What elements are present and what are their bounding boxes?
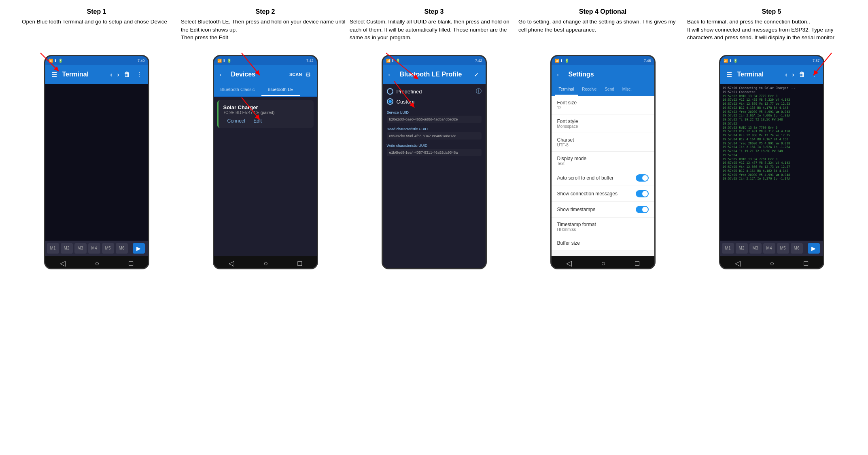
status-left-5: 📶 ⬆ 🔋 <box>724 59 738 63</box>
status-left-2: 📶 ⬆ 🔋 <box>217 59 231 63</box>
status-time-2: 7:42 <box>306 59 314 63</box>
step3-desc: Select Custom. Initially all UUID are bl… <box>350 18 518 50</box>
service-uuid-section: Service UUID b20e2d8f-6ae0-4655-ad8d-4ad… <box>387 110 482 123</box>
terminal-screen-5: 19:57:00 Connecting to Solar Charger ...… <box>720 84 823 241</box>
macro-m1-1[interactable]: M1 <box>47 243 59 254</box>
radio-predefined[interactable]: Predefined ⓘ <box>387 88 482 95</box>
check-icon-3[interactable]: ✓ <box>472 70 482 79</box>
menu-icon-1[interactable]: ☰ <box>49 70 59 79</box>
send-btn-1[interactable]: ▶ <box>133 243 145 254</box>
device-actions-1: Connect Edit <box>223 118 309 124</box>
read-uuid-section: Read characteristic UUID c85392bc-558f-4… <box>387 127 482 140</box>
settings-tab-terminal[interactable]: Terminal <box>555 84 578 96</box>
step4-annotation: 📶 ⬆ 🔋 7:48 ← Settings Terminal Receive S… <box>518 55 687 269</box>
setting-display-mode-title: Display mode <box>557 156 587 161</box>
status-time-4: 7:48 <box>644 59 651 63</box>
settings-tab-receive[interactable]: Receive <box>578 84 601 96</box>
send-btn-5[interactable]: ▶ <box>808 243 820 254</box>
status-left-4: 📶 ⬆ 🔋 <box>555 59 569 63</box>
radio-circle-predefined <box>387 88 393 95</box>
setting-charset-title: Charset <box>557 137 574 143</box>
ble-profile-screen: Predefined ⓘ Custom Service UUID b20e2d8… <box>383 84 486 269</box>
home-nav-4[interactable]: ○ <box>601 259 606 268</box>
setting-ts-format-title: Timestamp format <box>557 222 596 227</box>
back-btn-4[interactable]: ← <box>556 70 564 79</box>
back-nav-5[interactable]: ◁ <box>735 259 741 268</box>
macro-m4-5[interactable]: M4 <box>763 243 775 254</box>
app-nav-4[interactable]: □ <box>635 259 639 268</box>
more-icon-5[interactable]: ⋮ <box>809 70 819 79</box>
setting-show-conn: Show connection messages <box>552 186 654 202</box>
app-nav-1[interactable]: □ <box>129 259 133 268</box>
write-uuid-value: e1b6fed9-1ea4-4057-8311-46a52da9346a <box>387 149 482 156</box>
toggle-show-conn[interactable] <box>636 190 649 197</box>
tab-classic-2[interactable]: Bluetooth Classic <box>214 84 261 96</box>
step5-container: Step 5 Back to terminal, and press the c… <box>687 8 856 269</box>
macro-m5-1[interactable]: M5 <box>102 243 114 254</box>
setting-font-style: Font style Monospace <box>552 114 654 133</box>
trash-icon-5[interactable]: 🗑 <box>797 70 807 79</box>
home-nav-2[interactable]: ○ <box>264 259 268 268</box>
status-bar-1: 📶 ⬆ 🔋 7:40 <box>45 56 148 65</box>
app-nav-2[interactable]: □ <box>297 259 302 268</box>
home-nav-5[interactable]: ○ <box>770 259 775 268</box>
write-uuid-label: Write characteristic UUID <box>387 144 482 148</box>
home-nav-1[interactable]: ○ <box>95 259 100 268</box>
app-title-4: Settings <box>569 71 650 78</box>
macro-m6-5[interactable]: M6 <box>791 243 803 254</box>
macro-m3-5[interactable]: M3 <box>749 243 762 254</box>
status-bar-3: 📶 ⬆ 🔋 7:42 <box>383 56 486 65</box>
connect-icon-1[interactable]: ⟷ <box>110 70 120 79</box>
scan-btn-2[interactable]: SCAN <box>291 70 301 79</box>
app-nav-5[interactable]: □ <box>804 259 808 268</box>
radio-label-custom: Custom <box>397 99 415 105</box>
tab-ble-2[interactable]: Bluetooth LE <box>261 84 300 96</box>
setting-font-style-title: Font style <box>557 119 578 124</box>
back-btn-3[interactable]: ← <box>387 70 395 79</box>
bottom-nav-5: ◁ ○ □ <box>720 256 823 269</box>
macro-m5-5[interactable]: M5 <box>777 243 789 254</box>
back-nav-4[interactable]: ◁ <box>566 259 572 268</box>
back-nav-1[interactable]: ◁ <box>60 259 66 268</box>
settings-tab-misc[interactable]: Misc. <box>618 84 636 96</box>
setting-buffer-size-title: Buffer size <box>557 240 580 246</box>
step2-container: Step 2 Select Bluetooth LE. Then press a… <box>181 8 350 269</box>
more-icon-1[interactable]: ⋮ <box>134 70 144 79</box>
radio-label-predefined: Predefined <box>397 89 422 95</box>
macro-m2-1[interactable]: M2 <box>61 243 73 254</box>
connect-icon-5[interactable]: ⟷ <box>785 70 795 79</box>
back-nav-2[interactable]: ◁ <box>229 259 234 268</box>
status-bar-2: 📶 ⬆ 🔋 7:42 <box>214 56 317 65</box>
status-left-1: 📶 ⬆ 🔋 <box>49 59 63 63</box>
toggle-show-ts[interactable] <box>636 206 649 213</box>
device-item-1: Solar Charger 7C:9E:BD:F5:47:CE (paired)… <box>217 100 314 128</box>
app-actions-3: ✓ <box>472 70 482 79</box>
macro-m6-1[interactable]: M6 <box>116 243 128 254</box>
edit-btn-2[interactable]: Edit <box>253 118 262 124</box>
send-wrap-5: ▶ <box>804 243 821 254</box>
status-time-5: 7:57 <box>813 59 820 63</box>
info-icon-3[interactable]: ⓘ <box>476 88 482 95</box>
connect-btn-2[interactable]: Connect <box>227 118 246 124</box>
setting-font-style-value: Monospace <box>557 124 578 129</box>
status-bar-4: 📶 ⬆ 🔋 7:48 <box>552 56 654 65</box>
macro-m1-5[interactable]: M1 <box>722 243 734 254</box>
phone3: 📶 ⬆ 🔋 7:42 ← Bluetooth LE Profile ✓ Pred… <box>382 55 487 269</box>
back-btn-2[interactable]: ← <box>218 70 226 79</box>
gear-icon-2[interactable]: ⚙ <box>303 70 313 79</box>
menu-icon-5[interactable]: ☰ <box>724 70 734 79</box>
terminal-area-1 <box>45 84 148 241</box>
macro-m3-1[interactable]: M3 <box>74 243 87 254</box>
app-title-2: Devices <box>231 71 288 78</box>
trash-icon-1[interactable]: 🗑 <box>122 70 132 79</box>
settings-tab-send[interactable]: Send <box>601 84 618 96</box>
app-title-1: Terminal <box>62 71 107 78</box>
bottom-nav-1: ◁ ○ □ <box>45 256 148 269</box>
macro-m4-1[interactable]: M4 <box>88 243 100 254</box>
step5-annotation: 📶 ⬆ 🔋 7:57 ☰ Terminal ⟷ 🗑 ⋮ 19:57:00 Con… <box>687 55 856 269</box>
radio-custom[interactable]: Custom <box>387 98 482 105</box>
phone1: 📶 ⬆ 🔋 7:40 ☰ Terminal ⟷ 🗑 ⋮ M1 M2 <box>44 55 149 269</box>
macro-m2-5[interactable]: M2 <box>736 243 748 254</box>
toggle-auto-scroll[interactable] <box>636 174 649 182</box>
bottom-nav-4: ◁ ○ □ <box>552 256 654 269</box>
